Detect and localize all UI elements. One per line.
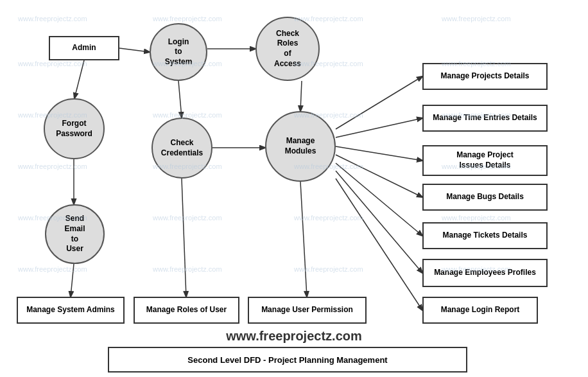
manage-tickets-node: Manage Tickets Details [422,222,548,249]
svg-line-14 [336,163,422,236]
svg-line-1 [74,60,84,98]
login-label: Login to System [165,37,193,67]
manage-bugs-node: Manage Bugs Details [422,184,548,211]
send-email-node: Send Email to User [45,204,105,264]
manage-employees-node: Manage Employees Profiles [422,259,548,287]
svg-line-0 [119,48,150,52]
send-email-label: Send Email to User [64,214,85,254]
svg-line-7 [71,264,74,297]
check-roles-label: Check Roles of Access [274,29,301,69]
check-roles-node: Check Roles of Access [255,17,320,81]
svg-line-15 [336,171,422,273]
svg-line-9 [300,182,307,297]
manage-system-admins-node: Manage System Admins [17,297,125,324]
check-credentials-node: Check Credentials [151,118,212,179]
svg-line-4 [300,81,302,111]
diagram-area: Admin Login to System Check Roles of Acc… [5,5,583,372]
svg-line-10 [336,76,422,129]
svg-line-13 [336,155,422,197]
website-label: www.freeprojectz.com [5,329,583,344]
manage-modules-node: Manage Modules [265,111,336,182]
forgot-password-label: Forgot Password [56,119,92,139]
footer-label: Second Level DFD - Project Planning Mana… [108,347,467,373]
svg-line-11 [336,118,422,137]
manage-user-permission-node: Manage User Permission [248,297,367,324]
svg-line-12 [336,146,422,161]
admin-node: Admin [49,36,119,60]
svg-line-8 [182,179,186,297]
manage-login-node: Manage Login Report [422,297,538,324]
forgot-password-node: Forgot Password [44,98,105,159]
manage-issues-node: Manage Project Issues Details [422,145,548,176]
login-node: Login to System [150,23,207,81]
manage-projects-node: Manage Projects Details [422,63,548,90]
svg-line-2 [178,81,182,118]
manage-issues-label: Manage Project Issues Details [456,150,514,170]
check-credentials-label: Check Credentials [161,138,203,158]
manage-roles-node: Manage Roles of User [134,297,239,324]
manage-time-node: Manage Time Entries Details [422,105,548,132]
svg-line-16 [336,179,422,310]
manage-modules-label: Manage Modules [285,136,316,156]
